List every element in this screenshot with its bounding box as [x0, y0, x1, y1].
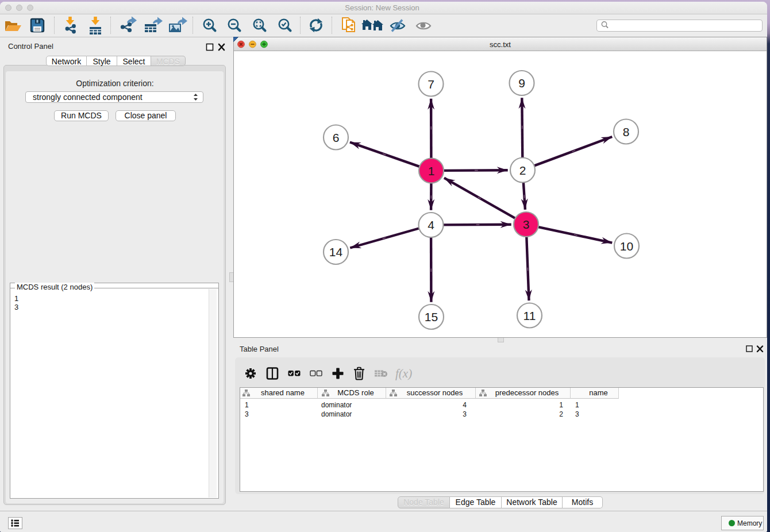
svg-text:10: 10 — [620, 240, 633, 253]
svg-text:f(x): f(x) — [395, 367, 412, 380]
svg-text:14: 14 — [329, 245, 343, 259]
svg-text:1: 1 — [428, 164, 435, 178]
svg-text:9: 9 — [518, 76, 525, 90]
svg-text:15: 15 — [425, 310, 438, 323]
svg-text:2: 2 — [519, 164, 526, 177]
svg-text:11: 11 — [523, 309, 536, 322]
svg-text:4: 4 — [428, 218, 434, 232]
svg-text:6: 6 — [333, 131, 340, 144]
svg-text:3: 3 — [523, 218, 530, 231]
svg-text:7: 7 — [428, 78, 434, 91]
svg-text:8: 8 — [623, 125, 630, 138]
